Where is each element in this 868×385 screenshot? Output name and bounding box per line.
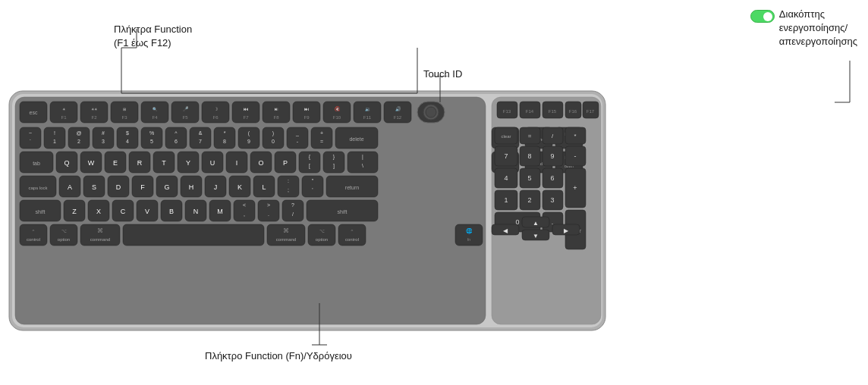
svg-text:.: . [268, 211, 269, 217]
svg-text:P: P [283, 159, 288, 167]
svg-text:F15: F15 [549, 109, 557, 114]
function-keys-label: Πλήκτρα Function(F1 έως F12) [114, 23, 192, 50]
svg-text:6: 6 [550, 174, 554, 182]
svg-text:F6: F6 [212, 115, 219, 120]
svg-text:%: % [149, 130, 154, 136]
svg-text:J: J [214, 183, 218, 191]
svg-text:command: command [90, 237, 110, 242]
svg-text:tab: tab [33, 161, 40, 166]
svg-text:3: 3 [550, 196, 554, 204]
svg-text:⏯: ⏯ [274, 107, 278, 111]
svg-text:F8: F8 [273, 115, 279, 120]
touchid-label: Touch ID [423, 68, 462, 80]
svg-text:fn: fn [467, 237, 470, 242]
fn-label: Πλήκτρο Function (Fn)/Υδρόγειου [205, 350, 352, 362]
svg-text:🔇: 🔇 [335, 106, 341, 112]
svg-text:R: R [137, 159, 143, 167]
function-keys-text: Πλήκτρα Function(F1 έως F12) [114, 23, 192, 49]
svg-text:4: 4 [126, 139, 129, 144]
svg-text:⏮: ⏮ [244, 107, 248, 111]
svg-text:H: H [189, 183, 194, 191]
svg-rect-182 [20, 224, 47, 246]
svg-text:option: option [316, 237, 328, 242]
svg-text:F12: F12 [394, 115, 402, 120]
svg-text:): ) [272, 130, 274, 136]
svg-text:X: X [96, 208, 101, 215]
svg-text:~: ~ [29, 130, 32, 136]
svg-text:⌘: ⌘ [97, 227, 103, 234]
svg-text:4: 4 [504, 174, 508, 182]
svg-text:L: L [262, 183, 266, 191]
svg-text:A: A [68, 183, 72, 191]
svg-text:S: S [92, 183, 96, 191]
svg-text:9: 9 [247, 139, 250, 144]
svg-text:🔍: 🔍 [153, 107, 158, 112]
svg-text:🔊: 🔊 [395, 106, 401, 112]
svg-text:N: N [193, 208, 199, 215]
svg-text:;: ; [288, 187, 289, 192]
toggle-switch [750, 10, 775, 23]
switch-text: Διακόπτηςενεργοποίησης/απενεργοποίησης [779, 8, 857, 47]
svg-text:T: T [162, 159, 166, 167]
svg-text:@: @ [76, 130, 81, 136]
svg-text:^: ^ [33, 229, 35, 233]
scene: esc ☀ F1 ☀☀ F2 ⊞ F3 🔍 F4 🎤 F5 ☽ F6 ⏮ F7 … [0, 0, 868, 385]
svg-text:+: + [320, 130, 323, 136]
svg-text:^: ^ [351, 229, 354, 233]
keyboard-illustration: esc ☀ F1 ☀☀ F2 ⊞ F3 🔍 F4 🎤 F5 ☽ F6 ⏮ F7 … [8, 89, 607, 332]
svg-text:W: W [88, 159, 95, 167]
svg-text:!: ! [54, 130, 55, 136]
svg-text:|: | [362, 154, 363, 160]
svg-text:*: * [224, 130, 226, 136]
svg-text:B: B [169, 208, 174, 215]
svg-text:D: D [116, 183, 121, 191]
svg-text:*: * [574, 133, 576, 139]
svg-text:⌥: ⌥ [61, 229, 67, 233]
svg-text:1: 1 [53, 139, 56, 144]
svg-text:clear: clear [501, 134, 511, 139]
svg-text:🌐: 🌐 [466, 227, 473, 234]
svg-text:F: F [140, 183, 145, 191]
switch-label: Διακόπτηςενεργοποίησης/απενεργοποίησης [779, 8, 857, 49]
svg-text:control: control [27, 237, 40, 242]
svg-text:/: / [292, 211, 294, 217]
svg-text:⌥: ⌥ [319, 229, 325, 233]
svg-text:F2: F2 [91, 115, 97, 120]
svg-text:F5: F5 [182, 115, 188, 120]
svg-text:delete: delete [349, 136, 363, 142]
svg-text:Z: Z [72, 208, 77, 215]
svg-text:option: option [58, 237, 70, 242]
svg-text:🎤: 🎤 [183, 106, 189, 112]
svg-text:command: command [276, 237, 296, 242]
svg-text:1: 1 [504, 196, 508, 204]
svg-text:.: . [552, 218, 554, 226]
svg-text:F11: F11 [363, 115, 372, 120]
svg-rect-185 [50, 224, 77, 246]
svg-text:O: O [258, 159, 263, 167]
svg-text:▶: ▶ [564, 227, 569, 234]
svg-text:E: E [113, 159, 118, 167]
svg-text:M: M [217, 208, 223, 215]
svg-text:7: 7 [504, 152, 508, 160]
svg-text:F10: F10 [333, 115, 341, 120]
switch-annotation-line [736, 61, 857, 121]
svg-text:0: 0 [272, 139, 275, 144]
svg-text:Y: Y [186, 159, 190, 167]
svg-text:': ' [312, 187, 313, 192]
svg-text:3: 3 [102, 139, 105, 144]
svg-text:5: 5 [150, 139, 153, 144]
svg-text:shift: shift [338, 209, 348, 214]
svg-rect-195 [308, 224, 335, 246]
svg-text:F14: F14 [526, 109, 534, 114]
svg-text:control: control [345, 237, 359, 242]
svg-text:-: - [574, 152, 577, 160]
svg-text::: : [288, 178, 289, 183]
svg-text:⌘: ⌘ [283, 227, 289, 234]
svg-rect-198 [338, 224, 366, 246]
svg-text:esc: esc [30, 110, 38, 115]
svg-text:2: 2 [527, 196, 531, 204]
svg-text:F7: F7 [243, 115, 249, 120]
svg-rect-191 [123, 224, 264, 246]
svg-text:,: , [244, 211, 245, 217]
svg-text:G: G [164, 183, 169, 191]
